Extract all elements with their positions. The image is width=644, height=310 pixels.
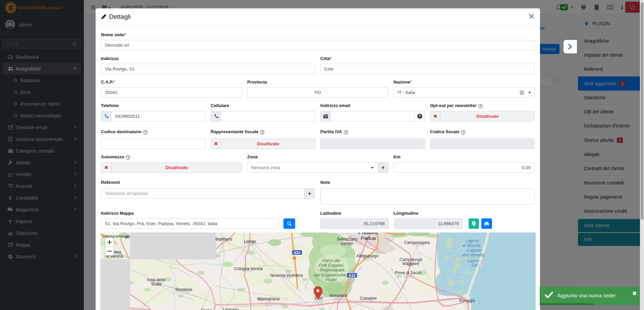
svg-text:Colli Euganei: Colli Euganei xyxy=(319,263,344,268)
svg-text:Bovolone: Bovolone xyxy=(175,287,192,292)
svg-text:Sud: Sud xyxy=(471,263,478,267)
svg-text:Piove di Sacco: Piove di Sacco xyxy=(395,270,422,275)
svg-text:Chioggia: Chioggia xyxy=(459,298,475,303)
svg-text:Padova: Padova xyxy=(358,232,378,236)
svg-text:Albignasego: Albignasego xyxy=(356,254,378,258)
svg-text:- Regionalpark: - Regionalpark xyxy=(317,268,345,272)
svg-text:der Euganeischen: der Euganeischen xyxy=(314,273,348,277)
svg-text:Scala: Scala xyxy=(151,282,161,287)
svg-text:Dentro: Dentro xyxy=(341,241,353,246)
svg-text:Cologna Veneta: Cologna Veneta xyxy=(234,266,263,271)
svg-text:Cerea: Cerea xyxy=(201,308,212,310)
svg-text:Maggiore: Maggiore xyxy=(402,261,419,266)
svg-text:di Venezia: di Venezia xyxy=(462,243,481,248)
svg-text:-Laguna: -Laguna xyxy=(466,259,479,263)
svg-text:Noventa Vicentina: Noventa Vicentina xyxy=(270,273,303,278)
svg-text:Monselice: Monselice xyxy=(329,293,347,298)
svg-text:von Venedig: von Venedig xyxy=(462,253,485,257)
svg-text:Bonifacio: Bonifacio xyxy=(215,237,232,242)
svg-text:-Lagune: -Lagune xyxy=(466,248,481,253)
svg-text:Isola della: Isola della xyxy=(147,277,165,282)
svg-text:A31: A31 xyxy=(294,251,300,255)
svg-text:Montagnana: Montagnana xyxy=(257,297,280,301)
svg-text:Lonigo: Lonigo xyxy=(244,239,256,244)
svg-text:Camponogara: Camponogara xyxy=(404,240,430,245)
svg-text:Padua: Padua xyxy=(361,235,376,241)
svg-text:Parco dei: Parco dei xyxy=(322,258,340,263)
svg-text:Laguna: Laguna xyxy=(466,239,479,243)
svg-text:Legnago: Legnago xyxy=(223,307,239,310)
svg-text:A13: A13 xyxy=(349,273,355,277)
svg-text:Selvazzano: Selvazzano xyxy=(337,237,358,242)
svg-text:Hügel: Hügel xyxy=(326,277,337,282)
svg-text:Conselve: Conselve xyxy=(360,296,377,301)
